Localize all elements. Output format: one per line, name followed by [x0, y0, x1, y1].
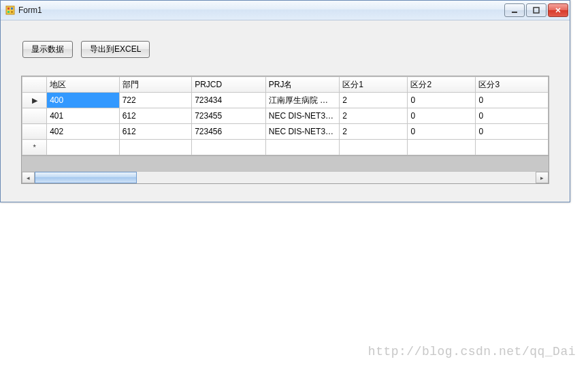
grid-cell[interactable]: 2 [340, 124, 408, 140]
grid-cell[interactable]: 0 [476, 124, 549, 140]
svg-rect-6 [534, 7, 539, 13]
grid-cell[interactable]: NEC DIS-NET3… [265, 108, 340, 124]
export-excel-button[interactable]: 导出到EXCEL [81, 41, 150, 58]
row-header[interactable]: * [22, 140, 47, 155]
watermark-text: http://blog.csdn.net/qq_Dai [368, 345, 576, 358]
grid-corner[interactable] [22, 77, 47, 93]
grid-cell[interactable] [265, 140, 340, 155]
scroll-thumb[interactable] [35, 172, 137, 183]
column-header[interactable]: PRJ名 [265, 77, 340, 93]
grid-cell[interactable]: 400 [47, 93, 119, 108]
table-row[interactable]: ▶400722723434江南厚生病院 …200 [22, 93, 549, 108]
column-header[interactable]: 地区 [47, 77, 119, 93]
grid-header-row: 地区 部門 PRJCD PRJ名 区分1 区分2 区分3 [22, 77, 549, 93]
grid-cell[interactable]: 612 [119, 124, 191, 140]
grid-cell[interactable]: 401 [47, 108, 119, 124]
scroll-right-button[interactable]: ▸ [536, 172, 549, 183]
grid-cell[interactable] [47, 140, 119, 155]
close-icon [555, 7, 561, 14]
grid-cell[interactable]: 江南厚生病院 … [265, 93, 340, 108]
grid-cell[interactable]: 722 [119, 93, 191, 108]
horizontal-scrollbar[interactable]: ◂ ▸ [22, 171, 549, 183]
grid-table: 地区 部門 PRJCD PRJ名 区分1 区分2 区分3 ▶4007227234… [22, 76, 549, 155]
grid-cell[interactable]: 0 [476, 108, 549, 124]
window-controls [503, 3, 568, 17]
grid-cell[interactable]: NEC DIS-NET3… [265, 124, 340, 140]
column-header[interactable]: 区分1 [340, 77, 408, 93]
chevron-right-icon: ▸ [540, 174, 544, 181]
grid-cell[interactable]: 402 [47, 124, 119, 140]
row-indicator-icon: * [33, 143, 35, 151]
chevron-left-icon: ◂ [27, 174, 30, 181]
grid-cell[interactable]: 723434 [192, 93, 266, 108]
grid-cell[interactable]: 723456 [192, 124, 266, 140]
grid-cell[interactable] [119, 140, 191, 155]
minimize-button[interactable] [504, 3, 525, 17]
grid-cell[interactable] [476, 140, 549, 155]
table-row[interactable]: * [22, 140, 549, 155]
grid-cell[interactable]: 2 [340, 93, 408, 108]
app-icon [5, 5, 16, 16]
grid-cell[interactable] [192, 140, 266, 155]
svg-rect-3 [7, 11, 10, 13]
column-header[interactable]: 区分3 [476, 77, 549, 93]
data-grid[interactable]: 地区 部門 PRJCD PRJ名 区分1 区分2 区分3 ▶4007227234… [21, 76, 549, 184]
grid-cell[interactable]: 2 [340, 108, 408, 124]
grid-cell[interactable] [340, 140, 408, 155]
form-window: Form1 显示数据 导出到EXCEL [0, 0, 570, 202]
minimize-icon [511, 7, 518, 14]
close-button[interactable] [548, 3, 568, 17]
svg-rect-0 [6, 6, 14, 14]
grid-cell[interactable]: 612 [119, 108, 191, 124]
column-header[interactable]: 区分2 [408, 77, 476, 93]
column-header[interactable]: PRJCD [192, 77, 266, 93]
grid-cell[interactable]: 0 [476, 93, 549, 108]
window-title: Form1 [18, 5, 503, 15]
grid-cell[interactable] [408, 140, 476, 155]
maximize-button[interactable] [526, 3, 546, 17]
maximize-icon [533, 7, 540, 14]
svg-rect-4 [11, 11, 13, 13]
row-header[interactable] [22, 124, 47, 140]
grid-cell[interactable]: 0 [408, 93, 476, 108]
show-data-button[interactable]: 显示数据 [22, 41, 73, 58]
svg-rect-1 [7, 7, 10, 10]
svg-rect-5 [512, 12, 517, 13]
row-header[interactable] [22, 108, 47, 124]
row-header[interactable]: ▶ [22, 93, 47, 108]
column-header[interactable]: 部門 [119, 77, 191, 93]
table-row[interactable]: 402612723456NEC DIS-NET3…200 [22, 124, 549, 140]
row-indicator-icon: ▶ [32, 96, 37, 104]
grid-cell[interactable]: 723455 [192, 108, 266, 124]
grid-empty-strip [22, 155, 549, 171]
grid-cell[interactable]: 0 [408, 108, 476, 124]
grid-cell[interactable]: 0 [408, 124, 476, 140]
svg-rect-2 [11, 7, 13, 10]
scroll-track[interactable] [35, 172, 536, 183]
button-bar: 显示数据 导出到EXCEL [22, 41, 556, 58]
table-row[interactable]: 401612723455NEC DIS-NET3…200 [22, 108, 549, 124]
titlebar[interactable]: Form1 [1, 1, 570, 20]
scroll-left-button[interactable]: ◂ [22, 172, 35, 183]
client-area: 显示数据 导出到EXCEL 地区 部門 PRJCD PRJ名 区分1 区分2 [1, 20, 570, 198]
